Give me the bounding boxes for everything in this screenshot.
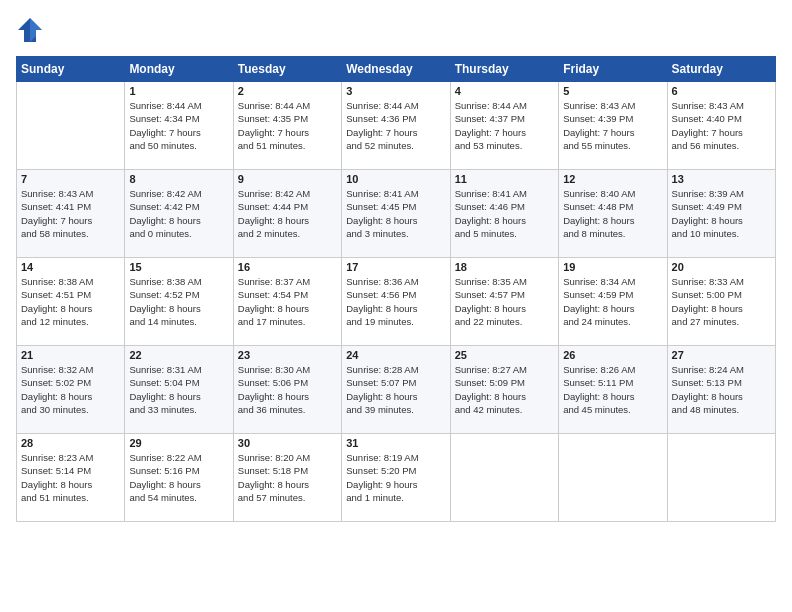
calendar-cell: 5Sunrise: 8:43 AM Sunset: 4:39 PM Daylig… — [559, 82, 667, 170]
day-number: 28 — [21, 437, 120, 449]
calendar-week-2: 7Sunrise: 8:43 AM Sunset: 4:41 PM Daylig… — [17, 170, 776, 258]
day-info: Sunrise: 8:28 AM Sunset: 5:07 PM Dayligh… — [346, 363, 445, 416]
calendar-week-5: 28Sunrise: 8:23 AM Sunset: 5:14 PM Dayli… — [17, 434, 776, 522]
calendar-cell: 12Sunrise: 8:40 AM Sunset: 4:48 PM Dayli… — [559, 170, 667, 258]
day-info: Sunrise: 8:37 AM Sunset: 4:54 PM Dayligh… — [238, 275, 337, 328]
day-number: 5 — [563, 85, 662, 97]
calendar-cell: 16Sunrise: 8:37 AM Sunset: 4:54 PM Dayli… — [233, 258, 341, 346]
calendar-cell: 29Sunrise: 8:22 AM Sunset: 5:16 PM Dayli… — [125, 434, 233, 522]
day-number: 2 — [238, 85, 337, 97]
calendar-cell — [17, 82, 125, 170]
col-header-friday: Friday — [559, 57, 667, 82]
day-number: 25 — [455, 349, 554, 361]
calendar-cell: 2Sunrise: 8:44 AM Sunset: 4:35 PM Daylig… — [233, 82, 341, 170]
calendar-cell: 14Sunrise: 8:38 AM Sunset: 4:51 PM Dayli… — [17, 258, 125, 346]
day-number: 4 — [455, 85, 554, 97]
day-number: 19 — [563, 261, 662, 273]
calendar-cell: 7Sunrise: 8:43 AM Sunset: 4:41 PM Daylig… — [17, 170, 125, 258]
day-number: 3 — [346, 85, 445, 97]
calendar-cell: 23Sunrise: 8:30 AM Sunset: 5:06 PM Dayli… — [233, 346, 341, 434]
col-header-saturday: Saturday — [667, 57, 775, 82]
day-info: Sunrise: 8:34 AM Sunset: 4:59 PM Dayligh… — [563, 275, 662, 328]
calendar-cell: 11Sunrise: 8:41 AM Sunset: 4:46 PM Dayli… — [450, 170, 558, 258]
day-number: 10 — [346, 173, 445, 185]
calendar-cell: 17Sunrise: 8:36 AM Sunset: 4:56 PM Dayli… — [342, 258, 450, 346]
day-number: 15 — [129, 261, 228, 273]
day-info: Sunrise: 8:44 AM Sunset: 4:35 PM Dayligh… — [238, 99, 337, 152]
calendar-cell: 6Sunrise: 8:43 AM Sunset: 4:40 PM Daylig… — [667, 82, 775, 170]
calendar-cell — [667, 434, 775, 522]
day-number: 1 — [129, 85, 228, 97]
day-number: 27 — [672, 349, 771, 361]
calendar-cell: 28Sunrise: 8:23 AM Sunset: 5:14 PM Dayli… — [17, 434, 125, 522]
day-info: Sunrise: 8:39 AM Sunset: 4:49 PM Dayligh… — [672, 187, 771, 240]
day-info: Sunrise: 8:42 AM Sunset: 4:44 PM Dayligh… — [238, 187, 337, 240]
day-number: 26 — [563, 349, 662, 361]
day-number: 22 — [129, 349, 228, 361]
calendar-cell: 10Sunrise: 8:41 AM Sunset: 4:45 PM Dayli… — [342, 170, 450, 258]
day-number: 7 — [21, 173, 120, 185]
day-info: Sunrise: 8:41 AM Sunset: 4:45 PM Dayligh… — [346, 187, 445, 240]
calendar-week-3: 14Sunrise: 8:38 AM Sunset: 4:51 PM Dayli… — [17, 258, 776, 346]
day-info: Sunrise: 8:31 AM Sunset: 5:04 PM Dayligh… — [129, 363, 228, 416]
calendar-cell: 30Sunrise: 8:20 AM Sunset: 5:18 PM Dayli… — [233, 434, 341, 522]
day-info: Sunrise: 8:38 AM Sunset: 4:51 PM Dayligh… — [21, 275, 120, 328]
calendar-table: SundayMondayTuesdayWednesdayThursdayFrid… — [16, 56, 776, 522]
day-info: Sunrise: 8:26 AM Sunset: 5:11 PM Dayligh… — [563, 363, 662, 416]
day-number: 16 — [238, 261, 337, 273]
day-info: Sunrise: 8:43 AM Sunset: 4:39 PM Dayligh… — [563, 99, 662, 152]
calendar-cell: 20Sunrise: 8:33 AM Sunset: 5:00 PM Dayli… — [667, 258, 775, 346]
calendar-cell: 8Sunrise: 8:42 AM Sunset: 4:42 PM Daylig… — [125, 170, 233, 258]
calendar-cell: 26Sunrise: 8:26 AM Sunset: 5:11 PM Dayli… — [559, 346, 667, 434]
calendar-cell: 31Sunrise: 8:19 AM Sunset: 5:20 PM Dayli… — [342, 434, 450, 522]
calendar-cell: 19Sunrise: 8:34 AM Sunset: 4:59 PM Dayli… — [559, 258, 667, 346]
day-number: 8 — [129, 173, 228, 185]
day-info: Sunrise: 8:27 AM Sunset: 5:09 PM Dayligh… — [455, 363, 554, 416]
day-number: 18 — [455, 261, 554, 273]
calendar-cell: 1Sunrise: 8:44 AM Sunset: 4:34 PM Daylig… — [125, 82, 233, 170]
day-number: 13 — [672, 173, 771, 185]
day-number: 17 — [346, 261, 445, 273]
col-header-monday: Monday — [125, 57, 233, 82]
day-number: 14 — [21, 261, 120, 273]
calendar-week-4: 21Sunrise: 8:32 AM Sunset: 5:02 PM Dayli… — [17, 346, 776, 434]
calendar-cell: 9Sunrise: 8:42 AM Sunset: 4:44 PM Daylig… — [233, 170, 341, 258]
col-header-tuesday: Tuesday — [233, 57, 341, 82]
day-number: 23 — [238, 349, 337, 361]
day-info: Sunrise: 8:40 AM Sunset: 4:48 PM Dayligh… — [563, 187, 662, 240]
day-info: Sunrise: 8:41 AM Sunset: 4:46 PM Dayligh… — [455, 187, 554, 240]
day-info: Sunrise: 8:44 AM Sunset: 4:34 PM Dayligh… — [129, 99, 228, 152]
day-info: Sunrise: 8:44 AM Sunset: 4:37 PM Dayligh… — [455, 99, 554, 152]
day-info: Sunrise: 8:38 AM Sunset: 4:52 PM Dayligh… — [129, 275, 228, 328]
day-info: Sunrise: 8:36 AM Sunset: 4:56 PM Dayligh… — [346, 275, 445, 328]
day-info: Sunrise: 8:33 AM Sunset: 5:00 PM Dayligh… — [672, 275, 771, 328]
calendar-cell — [450, 434, 558, 522]
page-header — [16, 16, 776, 44]
calendar-week-1: 1Sunrise: 8:44 AM Sunset: 4:34 PM Daylig… — [17, 82, 776, 170]
day-info: Sunrise: 8:44 AM Sunset: 4:36 PM Dayligh… — [346, 99, 445, 152]
day-info: Sunrise: 8:32 AM Sunset: 5:02 PM Dayligh… — [21, 363, 120, 416]
calendar-cell: 25Sunrise: 8:27 AM Sunset: 5:09 PM Dayli… — [450, 346, 558, 434]
day-number: 11 — [455, 173, 554, 185]
day-info: Sunrise: 8:19 AM Sunset: 5:20 PM Dayligh… — [346, 451, 445, 504]
day-info: Sunrise: 8:43 AM Sunset: 4:41 PM Dayligh… — [21, 187, 120, 240]
day-info: Sunrise: 8:43 AM Sunset: 4:40 PM Dayligh… — [672, 99, 771, 152]
day-info: Sunrise: 8:20 AM Sunset: 5:18 PM Dayligh… — [238, 451, 337, 504]
calendar-cell: 24Sunrise: 8:28 AM Sunset: 5:07 PM Dayli… — [342, 346, 450, 434]
day-info: Sunrise: 8:42 AM Sunset: 4:42 PM Dayligh… — [129, 187, 228, 240]
calendar-cell: 15Sunrise: 8:38 AM Sunset: 4:52 PM Dayli… — [125, 258, 233, 346]
day-info: Sunrise: 8:35 AM Sunset: 4:57 PM Dayligh… — [455, 275, 554, 328]
calendar-cell: 27Sunrise: 8:24 AM Sunset: 5:13 PM Dayli… — [667, 346, 775, 434]
day-number: 21 — [21, 349, 120, 361]
day-number: 6 — [672, 85, 771, 97]
day-number: 24 — [346, 349, 445, 361]
logo — [16, 16, 48, 44]
day-number: 31 — [346, 437, 445, 449]
day-number: 20 — [672, 261, 771, 273]
day-number: 30 — [238, 437, 337, 449]
day-info: Sunrise: 8:22 AM Sunset: 5:16 PM Dayligh… — [129, 451, 228, 504]
calendar-cell: 4Sunrise: 8:44 AM Sunset: 4:37 PM Daylig… — [450, 82, 558, 170]
day-number: 9 — [238, 173, 337, 185]
calendar-cell: 22Sunrise: 8:31 AM Sunset: 5:04 PM Dayli… — [125, 346, 233, 434]
day-info: Sunrise: 8:23 AM Sunset: 5:14 PM Dayligh… — [21, 451, 120, 504]
